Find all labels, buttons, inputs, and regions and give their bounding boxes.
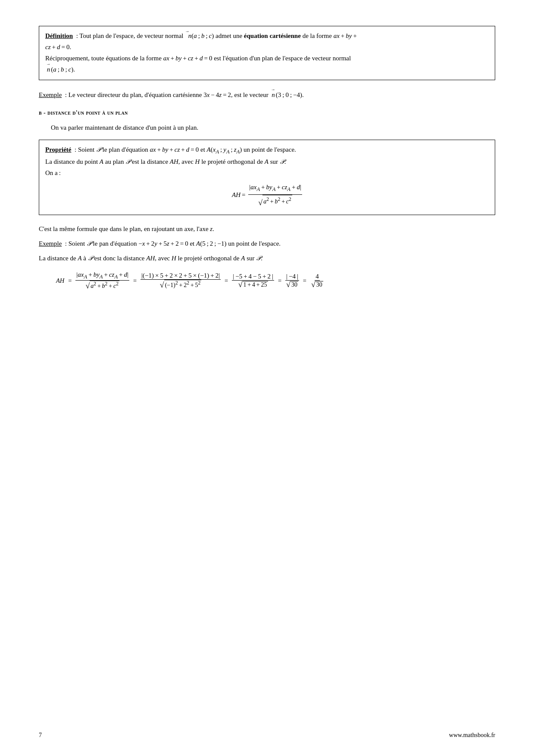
body-text-1: C'est la même formule que dans le plan, … (39, 224, 495, 234)
ah-label: AH (56, 277, 64, 284)
big-frac-4: | −4 | √30 (285, 273, 299, 289)
body-text-2: La distance de A à 𝒫 est donc la distanc… (39, 253, 495, 263)
definition-box: Définition : Tout plan de l'espace, de v… (39, 26, 495, 80)
exemple1-label: Exemple (39, 91, 62, 98)
section-b-label: b - Distance d'un point à un plan (39, 109, 128, 116)
ah-denominator: √a2 + b2 + c2 (257, 195, 293, 209)
propriete-line2: La distance du point A au plan 𝒫 est la … (45, 156, 489, 168)
sqrt-abc: √a2 + b2 + c2 (258, 195, 292, 206)
propriete-box: Propriété : Soient 𝒫 le plan d'équation … (39, 140, 495, 215)
website: www.mathsbook.fr (449, 732, 495, 739)
definition-label: Définition (45, 32, 73, 39)
propriete-label: Propriété (45, 146, 72, 153)
definition-line1: Définition : Tout plan de l'espace, de v… (45, 31, 489, 41)
big-frac-5: 4 √30 (310, 273, 324, 289)
propriete-line1: Propriété : Soient 𝒫 le plan d'équation … (45, 144, 489, 156)
definition-line3: Réciproquement, toute équations de la fo… (45, 53, 489, 63)
ah-fraction: |axA + byA + czA + d| √a2 + b2 + c2 (248, 182, 302, 209)
page-number: 7 (39, 732, 42, 739)
page: Définition : Tout plan de l'espace, de v… (0, 0, 534, 756)
definition-line2: cz + d = 0. (45, 42, 489, 52)
equation-cartesienne-label: équation cartésienne (244, 32, 301, 39)
exemple1: Exemple : Le vecteur directeur du plan, … (39, 90, 495, 100)
page-footer: 7 www.mathsbook.fr (0, 732, 534, 739)
exemple2-label: Exemple (39, 240, 62, 247)
big-frac-2: |(−1) × 5 + 2 × 2 + 5 × (−1) + 2| √(−1)2… (141, 272, 221, 289)
propriete-formula: AH = |axA + byA + czA + d| √a2 + b2 + c2 (45, 182, 489, 209)
section-b-title: b - Distance d'un point à un plan (39, 109, 495, 116)
definition-line4: → n(a ; b ; c). (45, 64, 489, 75)
big-frac-1: |axA + byA + czA + d| √a2 + b2 + c2 (75, 271, 129, 290)
exemple2: Exemple : Soient 𝒫 le pan d'équation −x … (39, 238, 495, 249)
propriete-line3: On a : (45, 168, 489, 179)
big-formula: AH = |axA + byA + czA + d| √a2 + b2 + c2… (56, 271, 495, 290)
big-frac-3: | −5 + 4 − 5 + 2 | √1 + 4 + 25 (232, 273, 274, 289)
vector-n: → n (185, 32, 191, 39)
ah-numerator: |axA + byA + czA + d| (248, 182, 302, 194)
intro-text: On va parler maintenant de distance d'un… (51, 122, 495, 133)
